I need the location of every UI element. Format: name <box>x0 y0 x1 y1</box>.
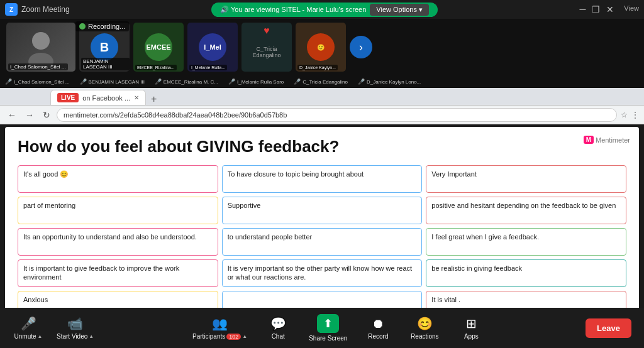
reactions-icon: 😊 <box>417 316 433 331</box>
zoom-logo: Z <box>5 3 18 16</box>
svg-point-0 <box>32 32 50 50</box>
reactions-button[interactable]: 😊 Reactions <box>409 316 440 340</box>
apps-button[interactable]: ⊞ Apps <box>455 316 487 340</box>
response-card-4: Supportive <box>222 197 423 224</box>
recording-dot <box>79 23 86 30</box>
response-card-8: I feel great when I give a feedback. <box>426 228 626 256</box>
browser-chrome: LIVE on Facebook ... ✕ + ← → ↻ ☆ ⋮ <box>0 88 644 124</box>
chad-mic-icon: 🎤 <box>5 79 12 85</box>
response-card-7: to understand people better <box>222 228 423 256</box>
tricia-name-tile: C_Tricia Edangalino <box>242 46 292 58</box>
benjamin-avatar: B <box>91 33 118 61</box>
chat-label: Chat <box>272 333 285 340</box>
refresh-button[interactable]: ↻ <box>40 110 53 120</box>
response-text-0: It's all good 😊 <box>23 170 69 178</box>
unmute-label: Unmute <box>14 333 36 340</box>
leave-button[interactable]: Leave <box>586 318 631 338</box>
mentimeter-label: Mentimeter <box>596 136 630 144</box>
microphone-icon: 🎤 <box>21 316 36 331</box>
window-controls[interactable]: ─ ❐ ✕ View <box>579 4 639 14</box>
recording-badge: Recording... <box>75 21 129 31</box>
bookmark-icon[interactable]: ☆ <box>621 111 628 119</box>
tab-close-button[interactable]: ✕ <box>134 94 139 101</box>
start-video-button[interactable]: 📹 Start Video ▲ <box>57 316 94 340</box>
participants-count: 102 <box>226 334 241 340</box>
star-icon[interactable]: ⋮ <box>631 111 639 119</box>
pname-janice: 🎤 D_Janice Kaylyn Lono... <box>358 79 421 85</box>
apps-label: Apps <box>464 333 479 340</box>
share-screen-button[interactable]: ⬆ Share Screen <box>309 314 347 342</box>
browser-nav-icons: ☆ ⋮ <box>621 111 639 119</box>
record-label: Record <box>368 333 388 340</box>
new-tab-button[interactable]: + <box>146 94 162 105</box>
participants-arrow: ▲ <box>242 334 247 339</box>
browser-nav: ← → ↻ ☆ ⋮ <box>0 106 644 124</box>
pname-melanie: 🎤 I_Melanie Rulla Saro <box>228 79 284 85</box>
record-button[interactable]: ⏺ Record <box>362 317 394 340</box>
forward-button[interactable]: → <box>23 110 36 120</box>
browser-tab-active[interactable]: LIVE on Facebook ... ✕ <box>50 90 146 105</box>
response-card-10: It is very important so the other party … <box>222 259 423 287</box>
emcee-avatar: EMCEE <box>145 33 172 61</box>
response-card-1: To have closure to topic being brought a… <box>222 165 423 193</box>
unmute-button[interactable]: 🎤 Unmute ▲ <box>13 316 44 340</box>
view-options-button[interactable]: View Options ▾ <box>370 4 429 16</box>
benjamin-pname: BENJAMIN LASEGAN III <box>89 79 145 85</box>
response-card-6: Its an opportunity to understand and als… <box>18 228 218 256</box>
zoom-titlebar: Z Zoom Meeting 🔊 You are viewing SITEL -… <box>0 0 644 19</box>
participant-tile-tricia: ♥ C_Tricia Edangalino <box>242 23 292 72</box>
heart-icon: ♥ <box>264 25 270 36</box>
chad-avatar-svg <box>19 25 63 69</box>
participant-tile-janice: 🙂 D_Janice Kaylyn... <box>296 23 346 72</box>
response-text-10: It is very important so the other party … <box>228 264 412 281</box>
zoom-bottombar: 🎤 Unmute ▲ 📹 Start Video ▲ 👥 Participant… <box>0 308 644 348</box>
participants-icon: 👥 <box>212 316 228 331</box>
close-button[interactable]: ✕ <box>606 4 614 14</box>
response-text-8: I feel great when I give a feedback. <box>431 233 539 241</box>
start-video-label: Start Video <box>57 333 87 340</box>
view-label: View <box>624 4 639 14</box>
melanie-pname: I_Melanie Rulla Saro <box>237 79 284 85</box>
emcee-pname: EMCEE_Rizalina M. C... <box>164 79 218 85</box>
response-text-9: It is important to give feedback to impr… <box>23 264 179 281</box>
melanie-mic-icon: 🎤 <box>228 79 235 85</box>
camera-icon: 📹 <box>67 316 83 331</box>
benjamin-mic-icon: 🎤 <box>80 79 87 85</box>
response-text-11: be realistic in giving feedback <box>431 264 522 272</box>
chat-button[interactable]: 💬 Chat <box>262 316 294 340</box>
participant-tile-emcee: EMCEE EMCEE_Rizalina... <box>133 23 184 72</box>
emcee-mic-icon: 🎤 <box>155 79 162 85</box>
next-participant-button[interactable]: › <box>350 36 372 58</box>
reactions-label: Reactions <box>411 333 438 340</box>
back-button[interactable]: ← <box>5 110 19 120</box>
response-text-4: Supportive <box>228 202 261 209</box>
minimize-button[interactable]: ─ <box>579 4 586 14</box>
tab-title: on Facebook ... <box>82 94 130 102</box>
response-text-12: Anxious <box>23 296 48 303</box>
chad-name: I_Chad Salomon_Sitel ... <box>8 63 68 70</box>
melanie-name: I_Melanie Rulla... <box>189 65 227 70</box>
menti-m-logo: M <box>584 136 594 144</box>
mentimeter-logo: M Mentimeter <box>584 136 630 144</box>
response-text-14: It is vital . <box>431 296 460 303</box>
restore-button[interactable]: ❐ <box>592 4 600 14</box>
melanie-avatar: I_Mel <box>199 33 226 61</box>
pname-benjamin: 🎤 BENJAMIN LASEGAN III <box>80 79 145 85</box>
participant-tile-melanie: I_Mel I_Melanie Rulla... <box>187 23 238 72</box>
response-card-3: part of mentoring <box>18 197 218 224</box>
janice-avatar: 🙂 <box>307 33 335 61</box>
response-text-6: Its an opportunity to understand and als… <box>23 233 197 241</box>
chat-icon: 💬 <box>270 316 286 331</box>
chad-pname: I_Chad Salomon_Sitel ... <box>14 79 70 85</box>
emcee-name: EMCEE_Rizalina... <box>135 65 177 70</box>
live-badge: LIVE <box>57 93 79 102</box>
participants-button[interactable]: 👥 Participants 102 ▲ <box>192 316 247 340</box>
zoom-title: Zoom Meeting <box>21 5 70 14</box>
pname-chad: 🎤 I_Chad Salomon_Sitel ... <box>5 79 70 85</box>
unmute-arrow: ▲ <box>38 334 43 339</box>
response-text-3: part of mentoring <box>23 202 75 209</box>
response-card-0: It's all good 😊 <box>18 165 218 193</box>
response-text-7: to understand people better <box>228 233 313 241</box>
response-card-11: be realistic in giving feedback <box>426 259 626 287</box>
address-bar[interactable] <box>57 108 617 122</box>
